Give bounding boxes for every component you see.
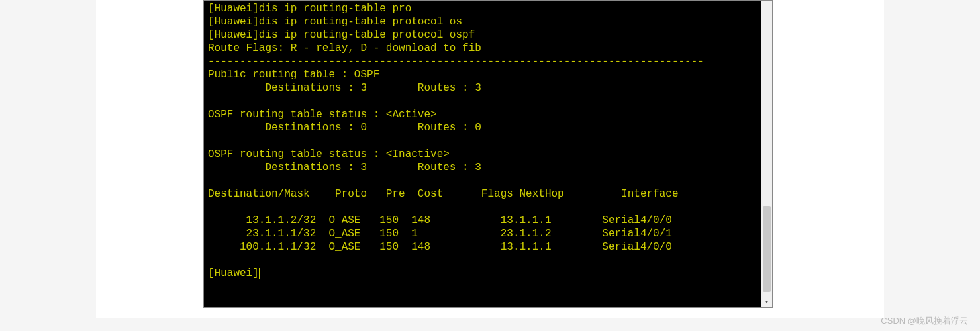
vertical-scrollbar[interactable]: ▾ <box>761 1 772 307</box>
output-line: ----------------------------------------… <box>208 56 704 68</box>
output-line: [Huawei]dis ip routing-table protocol os… <box>208 29 475 41</box>
output-line: Public routing table : OSPF <box>208 69 379 81</box>
page-container: [Huawei]dis ip routing-table pro [Huawei… <box>96 0 884 318</box>
table-header: Destination/Mask Proto Pre Cost Flags Ne… <box>208 188 679 200</box>
output-line: OSPF routing table status : <Inactive> <box>208 148 450 160</box>
output-line: [Huawei]dis ip routing-table protocol os <box>208 16 462 28</box>
cursor-icon <box>259 268 260 279</box>
prompt[interactable]: [Huawei] <box>208 267 259 279</box>
scrollbar-thumb[interactable] <box>763 206 771 292</box>
output-line: OSPF routing table status : <Active> <box>208 109 437 120</box>
watermark-text: CSDN @晚风挽着浮云 <box>881 315 968 327</box>
output-line: Destinations : 3 Routes : 3 <box>208 162 481 173</box>
chevron-down-icon[interactable]: ▾ <box>761 296 772 307</box>
output-line: Route Flags: R - relay, D - download to … <box>208 42 481 54</box>
output-line: Destinations : 0 Routes : 0 <box>208 122 481 134</box>
table-row: 23.1.1.1/32 O_ASE 150 1 23.1.1.2 Serial4… <box>208 228 672 240</box>
terminal-output[interactable]: [Huawei]dis ip routing-table pro [Huawei… <box>204 1 761 307</box>
table-row: 100.1.1.1/32 O_ASE 150 148 13.1.1.1 Seri… <box>208 241 672 253</box>
terminal-window: [Huawei]dis ip routing-table pro [Huawei… <box>203 0 773 308</box>
table-row: 13.1.1.2/32 O_ASE 150 148 13.1.1.1 Seria… <box>208 214 672 226</box>
output-line: [Huawei]dis ip routing-table pro <box>208 3 411 15</box>
output-line: Destinations : 3 Routes : 3 <box>208 82 481 94</box>
